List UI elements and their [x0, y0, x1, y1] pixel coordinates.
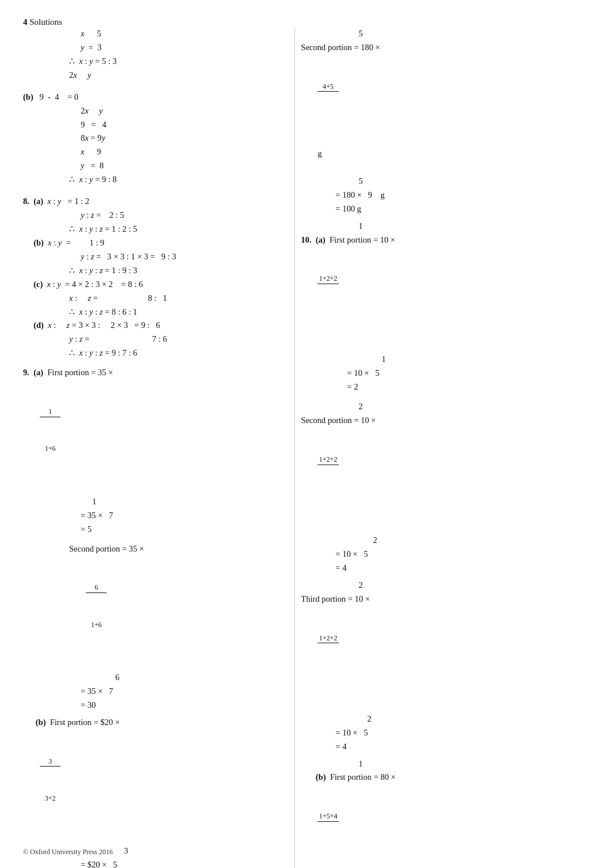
section-10a: 1 10. (a) First portion = 10 × 1+2+2 1 =…	[301, 220, 589, 395]
section-10a-second: 2 Second portion = 10 × 1+2+2 2 = 10 × 5…	[301, 400, 589, 575]
section-8: 8. (a) x : y = 1 : 2 y : z = 2 : 5 ∴ x :…	[23, 195, 289, 360]
left-column: x 5 y = 3 ∴ x : y = 5 : 3 2x y (b) 9 - 4…	[23, 27, 294, 868]
right-9c-second: 5 Second portion = 180 × 4+5 g 5 = 180 ×…	[301, 27, 589, 216]
footer: © Oxford University Press 2016	[23, 848, 113, 856]
section-10a-third: 2 Third portion = 10 × 1+2+2 2 = 10 × 5 …	[301, 579, 589, 754]
xy-section: x 5 y = 3 ∴ x : y = 5 : 3 2x y	[23, 27, 289, 82]
section-9b: (b) First portion = $20 × 3 3+2 3 = $20 …	[23, 716, 289, 868]
right-column: 5 Second portion = 180 × 4+5 g 5 = 180 ×…	[294, 27, 589, 868]
section-10b: 1 (b) First portion = 80 × 1+5+4 cm 1 = …	[301, 757, 589, 868]
page-header: 4 Solutions	[23, 17, 589, 27]
section-b-top: (b) 9 - 4 = 0 2x y 9 = 4 8x = 9y x 9 y =…	[23, 90, 289, 187]
section-9: 9. (a) First portion = 35 × 1 1+6 1 = 35…	[23, 366, 289, 536]
section-9-second: Second portion = 35 × 6 1+6 6 = 35 × 7 =…	[23, 542, 289, 712]
